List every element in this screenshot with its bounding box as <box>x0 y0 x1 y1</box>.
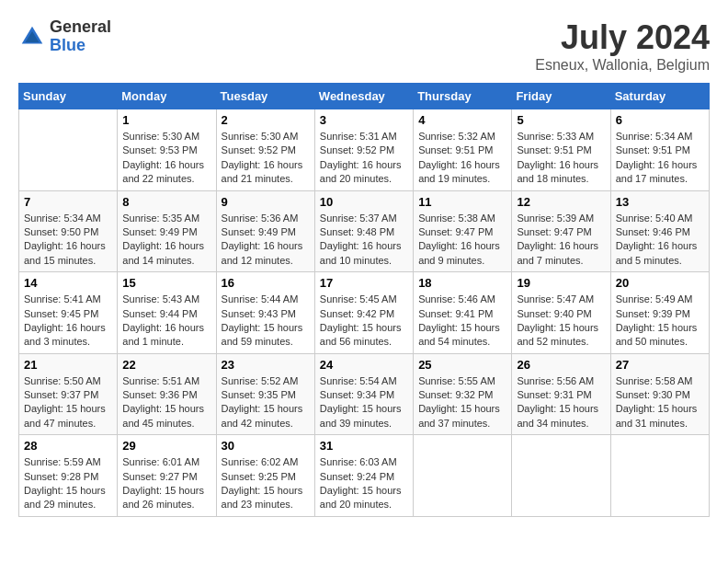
day-info: Sunrise: 5:51 AM Sunset: 9:36 PM Dayligh… <box>122 374 210 431</box>
day-cell: 27Sunrise: 5:58 AM Sunset: 9:30 PM Dayli… <box>610 353 709 435</box>
day-info: Sunrise: 6:02 AM Sunset: 9:25 PM Dayligh… <box>222 455 310 512</box>
day-number: 21 <box>24 358 112 372</box>
day-cell: 12Sunrise: 5:39 AM Sunset: 9:47 PM Dayli… <box>512 190 610 272</box>
day-info: Sunrise: 5:47 AM Sunset: 9:40 PM Dayligh… <box>517 293 605 350</box>
day-info: Sunrise: 5:54 AM Sunset: 9:34 PM Dayligh… <box>320 374 408 431</box>
day-info: Sunrise: 5:30 AM Sunset: 9:53 PM Dayligh… <box>122 130 210 187</box>
day-info: Sunrise: 5:44 AM Sunset: 9:43 PM Dayligh… <box>222 293 310 350</box>
day-cell: 11Sunrise: 5:38 AM Sunset: 9:47 PM Dayli… <box>414 190 512 272</box>
logo: General Blue <box>18 18 111 55</box>
day-number: 19 <box>517 276 605 290</box>
day-cell: 21Sunrise: 5:50 AM Sunset: 9:37 PM Dayli… <box>19 353 118 435</box>
day-info: Sunrise: 5:30 AM Sunset: 9:52 PM Dayligh… <box>222 130 310 187</box>
day-cell: 16Sunrise: 5:44 AM Sunset: 9:43 PM Dayli… <box>216 272 314 354</box>
day-number: 3 <box>320 113 408 127</box>
day-number: 13 <box>616 195 704 209</box>
day-info: Sunrise: 5:33 AM Sunset: 9:51 PM Dayligh… <box>517 130 605 187</box>
day-number: 14 <box>24 276 112 290</box>
day-number: 10 <box>320 195 408 209</box>
day-info: Sunrise: 5:39 AM Sunset: 9:47 PM Dayligh… <box>517 212 605 269</box>
day-number: 22 <box>122 358 210 372</box>
day-info: Sunrise: 5:58 AM Sunset: 9:30 PM Dayligh… <box>616 374 704 431</box>
day-number: 18 <box>418 276 506 290</box>
week-row-2: 7Sunrise: 5:34 AM Sunset: 9:50 PM Daylig… <box>19 190 710 272</box>
day-info: Sunrise: 5:46 AM Sunset: 9:41 PM Dayligh… <box>418 293 506 350</box>
day-cell: 4Sunrise: 5:32 AM Sunset: 9:51 PM Daylig… <box>414 109 512 191</box>
day-number: 30 <box>222 439 310 453</box>
day-cell: 1Sunrise: 5:30 AM Sunset: 9:53 PM Daylig… <box>118 109 216 191</box>
day-number: 31 <box>320 439 408 453</box>
day-cell: 29Sunrise: 6:01 AM Sunset: 9:27 PM Dayli… <box>118 435 216 517</box>
day-cell: 6Sunrise: 5:34 AM Sunset: 9:51 PM Daylig… <box>610 109 709 191</box>
day-cell: 24Sunrise: 5:54 AM Sunset: 9:34 PM Dayli… <box>314 353 413 435</box>
day-number: 26 <box>517 358 605 372</box>
week-row-4: 21Sunrise: 5:50 AM Sunset: 9:37 PM Dayli… <box>19 353 710 435</box>
day-number: 12 <box>517 195 605 209</box>
page-header: General Blue July 2024 Esneux, Wallonia,… <box>18 18 710 74</box>
day-cell: 22Sunrise: 5:51 AM Sunset: 9:36 PM Dayli… <box>118 353 216 435</box>
day-info: Sunrise: 5:56 AM Sunset: 9:31 PM Dayligh… <box>517 374 605 431</box>
weekday-header-monday: Monday <box>118 84 216 109</box>
logo-blue: Blue <box>50 37 111 55</box>
day-cell: 25Sunrise: 5:55 AM Sunset: 9:32 PM Dayli… <box>414 353 512 435</box>
week-row-3: 14Sunrise: 5:41 AM Sunset: 9:45 PM Dayli… <box>19 272 710 354</box>
day-info: Sunrise: 5:34 AM Sunset: 9:50 PM Dayligh… <box>24 212 112 269</box>
day-cell <box>610 435 709 517</box>
weekday-header-friday: Friday <box>512 84 610 109</box>
week-row-1: 1Sunrise: 5:30 AM Sunset: 9:53 PM Daylig… <box>19 109 710 191</box>
day-number: 7 <box>24 195 112 209</box>
day-cell <box>414 435 512 517</box>
day-cell: 26Sunrise: 5:56 AM Sunset: 9:31 PM Dayli… <box>512 353 610 435</box>
day-info: Sunrise: 5:37 AM Sunset: 9:48 PM Dayligh… <box>320 212 408 269</box>
day-number: 24 <box>320 358 408 372</box>
day-cell: 9Sunrise: 5:36 AM Sunset: 9:49 PM Daylig… <box>216 190 314 272</box>
day-number: 9 <box>222 195 310 209</box>
calendar-body: 1Sunrise: 5:30 AM Sunset: 9:53 PM Daylig… <box>19 109 710 517</box>
day-info: Sunrise: 5:36 AM Sunset: 9:49 PM Dayligh… <box>222 212 310 269</box>
day-number: 25 <box>418 358 506 372</box>
day-number: 20 <box>616 276 704 290</box>
logo-general: General <box>50 18 111 37</box>
day-number: 11 <box>418 195 506 209</box>
day-number: 1 <box>122 113 210 127</box>
day-cell: 5Sunrise: 5:33 AM Sunset: 9:51 PM Daylig… <box>512 109 610 191</box>
day-cell: 17Sunrise: 5:45 AM Sunset: 9:42 PM Dayli… <box>314 272 413 354</box>
day-number: 8 <box>122 195 210 209</box>
day-info: Sunrise: 5:55 AM Sunset: 9:32 PM Dayligh… <box>418 374 506 431</box>
logo-icon <box>18 23 46 51</box>
weekday-header-wednesday: Wednesday <box>314 84 413 109</box>
day-cell: 23Sunrise: 5:52 AM Sunset: 9:35 PM Dayli… <box>216 353 314 435</box>
day-cell: 18Sunrise: 5:46 AM Sunset: 9:41 PM Dayli… <box>414 272 512 354</box>
day-cell: 3Sunrise: 5:31 AM Sunset: 9:52 PM Daylig… <box>314 109 413 191</box>
weekday-row: SundayMondayTuesdayWednesdayThursdayFrid… <box>19 84 710 109</box>
day-number: 6 <box>616 113 704 127</box>
month-year: July 2024 <box>535 18 710 57</box>
weekday-header-thursday: Thursday <box>414 84 512 109</box>
day-cell: 2Sunrise: 5:30 AM Sunset: 9:52 PM Daylig… <box>216 109 314 191</box>
day-cell: 13Sunrise: 5:40 AM Sunset: 9:46 PM Dayli… <box>610 190 709 272</box>
day-info: Sunrise: 5:38 AM Sunset: 9:47 PM Dayligh… <box>418 212 506 269</box>
day-number: 27 <box>616 358 704 372</box>
day-info: Sunrise: 5:49 AM Sunset: 9:39 PM Dayligh… <box>616 293 704 350</box>
day-info: Sunrise: 5:59 AM Sunset: 9:28 PM Dayligh… <box>24 455 112 512</box>
title-block: July 2024 Esneux, Wallonia, Belgium <box>535 18 710 74</box>
day-info: Sunrise: 6:01 AM Sunset: 9:27 PM Dayligh… <box>122 455 210 512</box>
day-info: Sunrise: 5:41 AM Sunset: 9:45 PM Dayligh… <box>24 293 112 350</box>
day-number: 17 <box>320 276 408 290</box>
day-cell: 10Sunrise: 5:37 AM Sunset: 9:48 PM Dayli… <box>314 190 413 272</box>
day-cell: 30Sunrise: 6:02 AM Sunset: 9:25 PM Dayli… <box>216 435 314 517</box>
day-number: 23 <box>222 358 310 372</box>
logo-text: General Blue <box>50 18 111 55</box>
day-info: Sunrise: 5:43 AM Sunset: 9:44 PM Dayligh… <box>122 293 210 350</box>
weekday-header-saturday: Saturday <box>610 84 709 109</box>
weekday-header-tuesday: Tuesday <box>216 84 314 109</box>
day-number: 16 <box>222 276 310 290</box>
day-number: 5 <box>517 113 605 127</box>
calendar-table: SundayMondayTuesdayWednesdayThursdayFrid… <box>18 83 710 517</box>
location: Esneux, Wallonia, Belgium <box>535 57 710 74</box>
day-cell: 8Sunrise: 5:35 AM Sunset: 9:49 PM Daylig… <box>118 190 216 272</box>
day-info: Sunrise: 5:35 AM Sunset: 9:49 PM Dayligh… <box>122 212 210 269</box>
day-number: 28 <box>24 439 112 453</box>
day-info: Sunrise: 5:32 AM Sunset: 9:51 PM Dayligh… <box>418 130 506 187</box>
day-cell: 19Sunrise: 5:47 AM Sunset: 9:40 PM Dayli… <box>512 272 610 354</box>
